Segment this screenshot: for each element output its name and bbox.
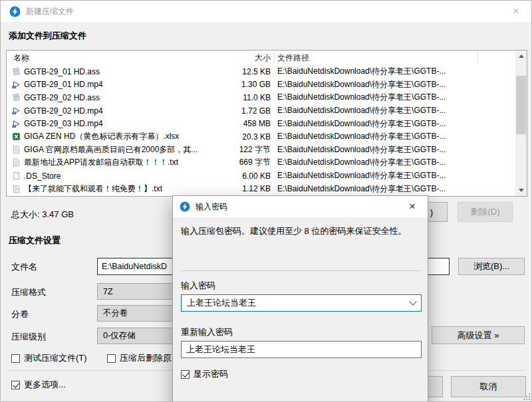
window-title: 新建压缩文件 <box>26 6 74 17</box>
test-archive-label: 测试压缩文件(T) <box>24 352 87 364</box>
file-list: 名称 大小 文件路径 GGTB-29_01 HD.ass 12.5 KB E:\… <box>6 50 527 197</box>
confirm-password-input[interactable] <box>181 341 422 358</box>
file-path: E:\BaiduNetdiskDownload\待分享老王\GGTB-... <box>277 79 515 90</box>
text-file-icon <box>12 185 24 193</box>
delete-original-label: 压缩后删除原 <box>120 352 172 364</box>
new-archive-window: 新建压缩文件 × 添加文件到压缩文件 名称 大小 文件路径 GGTB-29_01… <box>0 0 532 402</box>
file-name: GIGA 官网原档最高画质目前已有2000多部，其... <box>24 144 226 155</box>
settings-section-header: 压缩文件设置 <box>9 235 61 247</box>
cancel-button[interactable]: 取消 <box>451 376 526 397</box>
file-size: 669 字节 <box>226 157 271 168</box>
file-path: E:\BaiduNetdiskDownload\待分享老王\GGTB-... <box>277 144 515 155</box>
delete-button[interactable]: 删除(D) <box>458 202 513 222</box>
checkbox-unchecked-icon[interactable] <box>107 354 116 363</box>
file-size: 11.0 KB <box>226 93 271 102</box>
checkbox-checked-icon[interactable] <box>181 370 190 379</box>
app-icon <box>180 201 190 212</box>
filename-label: 文件名 <box>11 261 37 273</box>
generic-file-icon <box>12 171 24 180</box>
column-header-name[interactable]: 名称 <box>7 52 226 64</box>
scroll-down-icon[interactable] <box>515 185 527 196</box>
more-options-label: 更多选项... <box>24 379 66 391</box>
dialog-close-icon[interactable]: × <box>397 196 428 217</box>
file-size: 6.00 KB <box>226 171 271 181</box>
confirm-password-label: 重新输入密码 <box>181 326 233 338</box>
file-row[interactable]: GGTB-29_01 HD.ass 12.5 KB E:\BaiduNetdis… <box>7 65 515 78</box>
file-name: .DS_Store <box>24 171 226 181</box>
file-name: GGTB-29_02 HD.ass <box>24 93 226 102</box>
password-combobox[interactable] <box>181 294 422 312</box>
file-path: E:\BaiduNetdiskDownload\待分享老王\GGTB-... <box>277 183 515 195</box>
file-row[interactable]: GGTB-29_01 HD.mp4 1.30 GB E:\BaiduNetdis… <box>7 78 515 92</box>
file-row[interactable]: GGTB-29_03 HD.mp4 458 MB E:\BaiduNetdisk… <box>7 117 515 130</box>
dialog-title: 输入密码 <box>196 201 227 213</box>
file-row[interactable]: GIGA 官网原档最高画质目前已有2000多部，其... 122 字节 E:\B… <box>7 144 515 157</box>
file-name: GIGA ZEN HD（黄色标记表示有字幕）.xlsx <box>24 131 226 142</box>
file-size: 1.30 GB <box>226 80 271 89</box>
column-separator <box>274 52 275 63</box>
scrollbar[interactable] <box>515 50 527 196</box>
file-size: 1.12 KB <box>226 184 271 193</box>
file-name: GGTB-29_01 HD.ass <box>24 67 226 76</box>
file-path: E:\BaiduNetdiskDownload\待分享老王\GGTB-... <box>277 66 515 77</box>
scrollbar-thumb[interactable] <box>516 76 526 134</box>
file-rows: GGTB-29_01 HD.ass 12.5 KB E:\BaiduNetdis… <box>7 65 515 196</box>
video-file-icon <box>12 120 24 128</box>
format-value: 7Z <box>103 287 113 296</box>
file-row[interactable]: .DS_Store 6.00 KB E:\BaiduNetdiskDownloa… <box>7 169 515 183</box>
test-archive-checkbox[interactable]: 测试压缩文件(T) <box>11 352 87 364</box>
column-header-size[interactable]: 大小 <box>226 52 271 64</box>
excel-file-icon <box>12 132 24 141</box>
dialog-titlebar: 输入密码 <box>173 196 428 217</box>
video-file-icon <box>12 106 24 115</box>
file-path: E:\BaiduNetdiskDownload\待分享老王\GGTB-... <box>277 118 515 130</box>
text-file-icon <box>12 158 24 167</box>
password-input[interactable] <box>187 298 410 308</box>
file-row[interactable]: 【来了就能下载和观看！纯免费！】.txt 1.12 KB E:\BaiduNet… <box>7 182 515 195</box>
chevron-down-icon[interactable] <box>409 298 416 305</box>
app-icon <box>9 6 21 17</box>
column-separator <box>477 52 478 63</box>
file-name: 最新地址及APP请发邮箱自动获取！！！.txt <box>24 157 226 168</box>
file-path: E:\BaiduNetdiskDownload\待分享老王\GGTB-... <box>277 170 515 181</box>
show-password-checkbox[interactable]: 显示密码 <box>181 368 228 380</box>
show-password-label: 显示密码 <box>194 368 228 380</box>
file-size: 1.72 GB <box>226 106 271 116</box>
file-row[interactable]: GGTB-29_02 HD.ass 11.0 KB E:\BaiduNetdis… <box>7 91 515 104</box>
checkbox-unchecked-icon[interactable] <box>11 354 20 363</box>
file-path: E:\BaiduNetdiskDownload\待分享老王\GGTB-... <box>277 105 515 116</box>
level-label: 压缩级别 <box>11 331 46 343</box>
file-name: GGTB-29_02 HD.mp4 <box>24 106 226 116</box>
total-size-label: 总大小: 3.47 GB <box>11 209 74 221</box>
dialog-divider <box>181 270 420 271</box>
file-size: 20.3 KB <box>226 132 271 142</box>
browse-button[interactable]: 浏览(B)... <box>458 258 525 275</box>
file-path: E:\BaiduNetdiskDownload\待分享老王\GGTB-... <box>277 131 515 142</box>
file-row[interactable]: 最新地址及APP请发邮箱自动获取！！！.txt 669 字节 E:\BaiduN… <box>7 156 515 169</box>
window-close-icon[interactable]: × <box>501 1 531 22</box>
video-file-icon <box>12 80 24 89</box>
checkbox-checked-icon[interactable] <box>11 381 20 389</box>
add-files-section-header: 添加文件到压缩文件 <box>9 30 86 42</box>
file-row[interactable]: GIGA ZEN HD（黄色标记表示有字幕）.xlsx 20.3 KB E:\B… <box>7 130 515 144</box>
password-dialog: 输入密码 × 输入压缩包密码。建议使用至少 8 位的密码来保证安全性。 输入密码… <box>172 195 428 402</box>
file-path: E:\BaiduNetdiskDownload\待分享老王\GGTB-... <box>277 92 515 103</box>
file-name: GGTB-29_03 HD.mp4 <box>24 119 226 128</box>
subtitle-file-icon <box>12 93 24 102</box>
more-options-checkbox[interactable]: 更多选项... <box>11 379 66 391</box>
password-description: 输入压缩包密码。建议使用至少 8 位的密码来保证安全性。 <box>181 225 422 237</box>
file-size: 458 MB <box>226 119 271 128</box>
column-header-path[interactable]: 文件路径 <box>277 52 527 64</box>
file-size: 12.5 KB <box>226 67 271 76</box>
advanced-settings-button[interactable]: 高级设置 » <box>432 326 525 344</box>
file-row[interactable]: GGTB-29_02 HD.mp4 1.72 GB E:\BaiduNetdis… <box>7 104 515 118</box>
text-file-icon <box>12 146 24 154</box>
delete-original-checkbox[interactable]: 压缩后删除原 <box>107 352 172 364</box>
file-path: E:\BaiduNetdiskDownload\待分享老王\GGTB-... <box>277 157 515 168</box>
file-size: 122 字节 <box>226 144 271 155</box>
file-list-header: 名称 大小 文件路径 <box>7 50 527 65</box>
subtitle-file-icon <box>12 67 24 76</box>
password-label: 输入密码 <box>181 280 215 292</box>
scroll-up-icon[interactable] <box>515 50 527 62</box>
volume-value: 不分卷 <box>103 308 128 319</box>
